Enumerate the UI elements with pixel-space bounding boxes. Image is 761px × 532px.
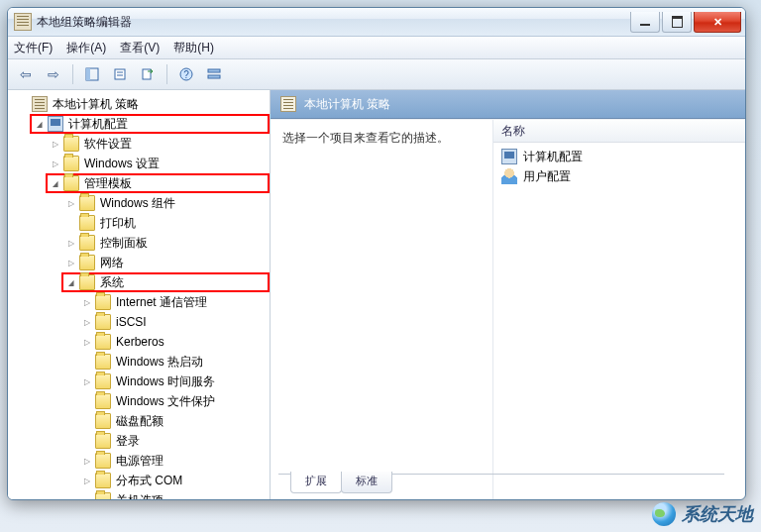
user-icon — [501, 168, 517, 184]
console-tree-pane: 本地计算机 策略 计算机配置 — [8, 90, 271, 499]
tab-standard[interactable]: 标准 — [341, 472, 392, 493]
node-label: iSCSI — [114, 315, 149, 329]
svg-rect-2 — [115, 69, 125, 79]
folder-icon — [95, 473, 111, 488]
item-computer-configuration[interactable]: 计算机配置 — [493, 147, 745, 166]
policy-icon — [280, 96, 296, 112]
menu-view[interactable]: 查看(V) — [120, 40, 160, 56]
separator — [166, 64, 167, 84]
tree-system[interactable]: 系统 — [61, 272, 270, 292]
folder-icon — [95, 334, 111, 350]
expand-icon[interactable] — [81, 376, 92, 387]
tree-computer-configuration[interactable]: 计算机配置 — [30, 114, 270, 134]
tree-disk-quota[interactable]: 磁盘配额 — [77, 411, 270, 431]
node-label: 打印机 — [98, 215, 138, 232]
tree-shutdown-options[interactable]: 关机选项 — [77, 490, 270, 499]
properties-button[interactable] — [108, 62, 132, 86]
export-list-button[interactable] — [136, 62, 160, 86]
tree-power-management[interactable]: 电源管理 — [77, 451, 270, 471]
expand-icon[interactable] — [65, 258, 76, 268]
tab-label: 标准 — [356, 475, 378, 486]
menu-file[interactable]: 文件(F) — [14, 40, 53, 56]
console-tree[interactable]: 本地计算机 策略 计算机配置 — [8, 90, 270, 499]
view-tabs: 扩展 标准 — [290, 474, 391, 493]
expand-icon[interactable] — [65, 198, 76, 209]
forward-button[interactable] — [42, 62, 65, 86]
back-button[interactable] — [14, 62, 38, 86]
folder-icon — [79, 274, 95, 290]
tree-admin-templates[interactable]: 管理模板 — [46, 173, 270, 193]
tree-logon[interactable]: 登录 — [77, 431, 270, 451]
expand-icon[interactable] — [81, 297, 92, 308]
collapse-icon[interactable] — [50, 178, 60, 189]
folder-icon — [95, 354, 111, 370]
svg-rect-1 — [86, 68, 90, 80]
show-hide-tree-button[interactable] — [80, 62, 104, 86]
tree-windows-hot-start[interactable]: Windows 热启动 — [77, 352, 270, 372]
maximize-button[interactable] — [662, 12, 692, 33]
items-column: 名称 计算机配置 用户配置 — [492, 120, 745, 499]
expand-icon[interactable] — [81, 337, 92, 348]
minimize-button[interactable] — [630, 12, 660, 33]
expand-icon[interactable] — [50, 139, 60, 150]
node-label: 软件设置 — [82, 136, 134, 153]
tree-printers[interactable]: 打印机 — [61, 213, 270, 233]
tree-control-panel[interactable]: 控制面板 — [61, 233, 270, 253]
gpedit-window: 本地组策略编辑器 文件(F) 操作(A) 查看(V) 帮助(H) ? — [7, 7, 746, 500]
node-label: 本地计算机 策略 — [51, 96, 141, 113]
node-label: 登录 — [114, 433, 142, 450]
menu-action[interactable]: 操作(A) — [66, 40, 106, 56]
node-label: Windows 设置 — [82, 156, 162, 172]
folder-icon — [95, 294, 111, 310]
expand-icon[interactable] — [50, 159, 60, 169]
item-user-configuration[interactable]: 用户配置 — [493, 166, 745, 186]
description-text: 选择一个项目来查看它的描述。 — [282, 131, 449, 145]
menu-help[interactable]: 帮助(H) — [173, 40, 214, 56]
node-label: 关机选项 — [114, 492, 165, 500]
tree-windows-settings[interactable]: Windows 设置 — [46, 154, 270, 173]
help-button[interactable]: ? — [174, 62, 198, 86]
expand-icon[interactable] — [81, 317, 92, 328]
details-body: 选择一个项目来查看它的描述。 名称 计算机配置 — [271, 119, 745, 499]
separator — [72, 64, 73, 84]
app-icon — [14, 13, 32, 31]
tree-distributed-com[interactable]: 分布式 COM — [77, 471, 270, 490]
menu-bar: 文件(F) 操作(A) 查看(V) 帮助(H) — [8, 37, 745, 59]
svg-rect-8 — [208, 69, 220, 72]
title-bar: 本地组策略编辑器 — [8, 8, 745, 37]
folder-icon — [95, 433, 111, 449]
expand-icon[interactable] — [81, 476, 92, 486]
tree-internet-comm[interactable]: Internet 通信管理 — [77, 292, 270, 312]
tree-windows-components[interactable]: Windows 组件 — [61, 193, 270, 213]
node-label: 磁盘配额 — [114, 413, 165, 430]
collapse-icon[interactable] — [65, 277, 76, 288]
tree-software-settings[interactable]: 软件设置 — [46, 134, 270, 154]
folder-icon — [95, 393, 111, 409]
expand-icon[interactable] — [65, 238, 76, 249]
view-mode-button[interactable] — [202, 62, 226, 86]
folder-icon — [95, 413, 111, 429]
folder-icon — [63, 156, 79, 171]
node-label: Internet 通信管理 — [114, 294, 209, 311]
folder-icon — [79, 195, 95, 211]
tree-iscsi[interactable]: iSCSI — [77, 312, 270, 332]
folder-icon — [79, 255, 95, 270]
close-button[interactable] — [694, 12, 741, 33]
collapse-icon[interactable] — [34, 119, 45, 130]
folder-icon — [79, 215, 95, 231]
window-controls — [630, 12, 741, 32]
tree-kerberos[interactable]: Kerberos — [77, 332, 270, 352]
folder-icon — [63, 136, 79, 152]
tree-root[interactable]: 本地计算机 策略 — [14, 94, 270, 114]
tab-extended[interactable]: 扩展 — [290, 472, 342, 493]
description-column: 选择一个项目来查看它的描述。 — [271, 120, 492, 499]
tab-label: 扩展 — [305, 475, 327, 486]
policy-icon — [32, 96, 48, 112]
tree-windows-file-protection[interactable]: Windows 文件保护 — [77, 391, 270, 411]
tree-windows-time-service[interactable]: Windows 时间服务 — [77, 372, 270, 391]
column-header-name[interactable]: 名称 — [493, 120, 745, 143]
node-label: Windows 文件保护 — [114, 393, 217, 410]
tree-network[interactable]: 网络 — [61, 253, 270, 272]
expand-icon[interactable] — [81, 456, 92, 467]
svg-rect-9 — [208, 75, 220, 78]
